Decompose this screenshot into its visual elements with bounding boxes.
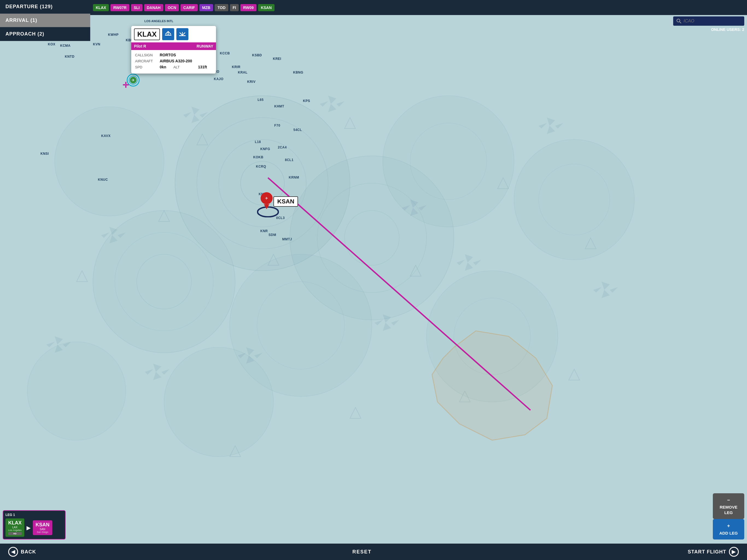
svg-marker-65: [197, 134, 208, 145]
map-label-krir: KRIR: [232, 65, 240, 69]
map-label-kokb: KOKB: [253, 155, 263, 159]
pilot-label: Pilot R: [134, 44, 146, 48]
alt-label: ALT: [173, 65, 195, 69]
aircraft-marker-klax: ✈: [126, 73, 140, 88]
departure-info-btn[interactable]: [162, 28, 174, 40]
waypoint-fi[interactable]: FI: [230, 4, 239, 11]
svg-point-7: [290, 156, 374, 280]
airport-card[interactable]: KLAX Pilot R RUNWAY CAL: [131, 26, 216, 74]
svg-marker-42: [109, 235, 118, 244]
svg-marker-24: [200, 112, 208, 118]
svg-marker-22: [191, 115, 200, 123]
map-label-knsi: KNSI: [41, 152, 49, 156]
svg-marker-25: [328, 96, 336, 104]
map-label-mmtj: MMTJ: [282, 237, 292, 241]
sidebar-arrival[interactable]: ARRIVAL (1): [0, 14, 90, 27]
svg-marker-70: [268, 254, 279, 265]
map-label-sdm: SDM: [268, 233, 276, 237]
map-label-8cl1: 8CL1: [285, 158, 293, 162]
map-label-knr: KNR: [260, 229, 268, 233]
aircraft-row: AIRCRAFT AIRBUS A320-200: [135, 59, 212, 63]
map-label-l18: L18: [255, 140, 261, 144]
map-label-kvnp: KVN: [93, 42, 100, 46]
svg-marker-21: [191, 107, 200, 115]
map-label-54cl: 54CL: [293, 128, 302, 132]
svg-marker-71: [159, 210, 170, 222]
map-label-kccb: KCCB: [220, 51, 230, 55]
map-label-f70: F70: [274, 124, 280, 127]
svg-marker-28: [336, 101, 344, 107]
waypoint-danah[interactable]: DANAH: [144, 4, 163, 11]
svg-marker-86: [264, 204, 269, 209]
svg-marker-41: [109, 227, 118, 235]
svg-marker-27: [320, 101, 328, 107]
map-label-l65: L65: [258, 98, 264, 102]
waypoint-ksan[interactable]: KSAN: [258, 4, 275, 11]
waypoint-tod[interactable]: TOD: [215, 4, 228, 11]
map-label-kavx: KAVX: [101, 134, 110, 138]
map-label-kcma: KCMA: [60, 44, 71, 48]
svg-line-78: [268, 178, 374, 280]
aircraft-details: CALLSIGN RORTOS AIRCRAFT AIRBUS A320-200…: [131, 50, 216, 74]
callsign-value: RORTOS: [160, 53, 176, 57]
map-label-knfg: KNFG: [260, 147, 270, 151]
aircraft-value: AIRBUS A320-200: [160, 59, 192, 63]
map-label-kcrq: KCRQ: [256, 164, 266, 169]
map-label-2ca4: 2CA4: [278, 146, 287, 149]
svg-marker-26: [328, 104, 336, 112]
map-label-krei: KREI: [273, 57, 281, 61]
spd-value: 0kn: [160, 65, 166, 69]
map-label-kwhp: KWHP: [108, 33, 119, 36]
svg-marker-44: [118, 232, 126, 238]
map-label-krnm: KRNM: [289, 176, 299, 179]
waypoint-carif[interactable]: CARIF: [180, 4, 198, 11]
svg-point-4: [93, 210, 235, 280]
map-label-kajo: KAJO: [214, 77, 223, 81]
map-label-kral: KRAL: [238, 71, 248, 74]
svg-point-8: [317, 183, 374, 280]
svg-marker-66: [344, 118, 356, 128]
spd-alt-row: SPD 0kn ALT 131ft: [135, 65, 212, 69]
map-label-kbng: KBNG: [293, 71, 303, 74]
sidebar-departure[interactable]: DEPARTURE (129): [0, 0, 90, 14]
svg-text:✈: ✈: [265, 196, 268, 200]
airport-code-badge[interactable]: KLAX: [134, 28, 160, 40]
svg-rect-88: [165, 35, 172, 35]
svg-marker-72: [77, 271, 87, 280]
svg-point-9: [344, 210, 374, 265]
callsign-row: CALLSIGN RORTOS: [135, 53, 212, 57]
waypoint-ocn[interactable]: OCN: [165, 4, 179, 11]
svg-point-15: [230, 254, 372, 280]
sidebar-approach[interactable]: APPROACH (2): [0, 27, 90, 41]
waypoint-mzb[interactable]: MZB: [199, 4, 213, 11]
alt-value: 131ft: [198, 65, 207, 69]
svg-marker-23: [183, 112, 191, 118]
airport-name-label: LOS ANGELES INTL: [144, 19, 174, 23]
svg-point-0: [175, 96, 350, 271]
runway-label: RUNWAY: [197, 44, 213, 48]
callsign-label: CALLSIGN: [135, 53, 157, 57]
map-label-kntd: KNTD: [65, 55, 74, 58]
waypoint-klax[interactable]: KLAX: [93, 4, 109, 11]
ksan-marker: ✈: [259, 192, 274, 210]
airport-card-header: KLAX: [131, 26, 216, 42]
map-label-knuc: KNUC: [98, 178, 108, 182]
map-label-koxr: KOX: [48, 42, 55, 46]
svg-point-14: [55, 107, 164, 216]
waypoint-sli[interactable]: SLI: [131, 4, 143, 11]
map-label-kriv: KRIV: [247, 80, 256, 84]
map-label-kps: KPS: [303, 99, 310, 103]
pilot-info-bar[interactable]: Pilot R RUNWAY: [131, 42, 216, 50]
waypoint-rw09[interactable]: RW09: [240, 4, 256, 11]
map-area[interactable]: KWHP KBUR KVN KOX KCMA KNTD KAVX KNSI KN…: [0, 0, 374, 280]
spd-label: SPD: [135, 65, 157, 69]
waypoint-rw07r[interactable]: RW07R: [110, 4, 129, 11]
map-label-khmt: KHMT: [274, 104, 284, 108]
aircraft-label: AIRCRAFT: [135, 59, 157, 63]
svg-text:✈: ✈: [131, 78, 135, 82]
svg-marker-43: [101, 232, 109, 238]
waypoints-bar: KLAX RW07R SLI DANAH OCN CARIF MZB TOD F…: [90, 0, 374, 15]
map-label-ksbd: KSBD: [252, 53, 262, 57]
arrival-info-btn[interactable]: [176, 28, 188, 40]
ksan-label-badge: KSAN: [274, 196, 298, 207]
